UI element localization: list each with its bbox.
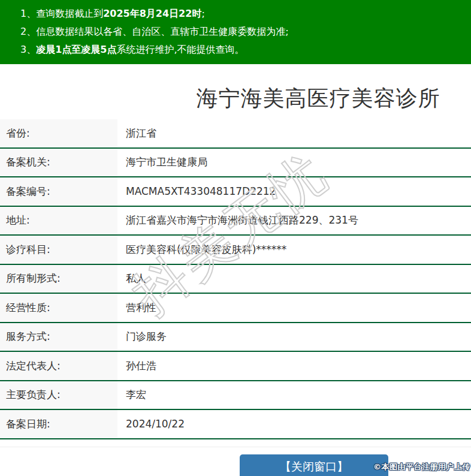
notice-text-bold: 2025年8月24日22时 bbox=[103, 8, 201, 19]
field-value: 孙仕浩 bbox=[117, 352, 471, 380]
row-filing-number: 备案编号: MACMA5XT433048117D2212 bbox=[0, 177, 471, 207]
notice-number: 1、 bbox=[20, 8, 36, 19]
field-label: 备案日期: bbox=[0, 410, 117, 438]
field-label: 备案编号: bbox=[0, 177, 117, 206]
table-bottom-divider bbox=[0, 447, 471, 447]
field-value: 浙江省 bbox=[117, 119, 471, 147]
notice-number: 3、 bbox=[20, 44, 36, 55]
field-value: MACMA5XT433048117D2212 bbox=[117, 177, 471, 206]
field-label: 诊疗科目: bbox=[0, 236, 117, 264]
row-operation-nature: 经营性质: 营利性 bbox=[0, 294, 471, 323]
row-filing-authority: 备案机关: 海宁市卫生健康局 bbox=[0, 149, 471, 178]
close-window-button[interactable]: 【关闭窗口】 bbox=[240, 454, 388, 476]
field-label: 法定代表人: bbox=[0, 352, 117, 380]
row-principal: 主要负责人: 李宏 bbox=[0, 381, 471, 411]
field-label: 主要负责人: bbox=[0, 381, 117, 409]
field-value: 营利性 bbox=[117, 294, 471, 322]
row-ownership-form: 所有制形式: 私人 bbox=[0, 265, 471, 294]
row-legal-representative: 法定代表人: 孙仕浩 bbox=[0, 352, 471, 381]
row-service-mode: 服务方式: 门诊服务 bbox=[0, 323, 471, 353]
notice-text: 查询数据截止到 bbox=[36, 8, 103, 19]
field-value: 海宁市卫生健康局 bbox=[117, 149, 471, 177]
notice-text: 信息数据结果以各省、自治区、直辖市卫生健康委数据为准; bbox=[36, 26, 288, 37]
field-label: 备案机关: bbox=[0, 149, 117, 177]
field-value: 李宏 bbox=[117, 381, 471, 409]
field-label: 省份: bbox=[0, 119, 117, 147]
row-address: 地址: 浙江省嘉兴市海宁市海洲街道钱江西路229、231号 bbox=[0, 207, 471, 236]
field-value: 私人 bbox=[117, 265, 471, 293]
field-value: 浙江省嘉兴市海宁市海洲街道钱江西路229、231号 bbox=[117, 207, 471, 235]
notice-banner: 1、查询数据截止到2025年8月24日22时; 2、信息数据结果以各省、自治区、… bbox=[0, 0, 471, 64]
notice-text-bold: 凌晨1点至凌晨5点 bbox=[36, 44, 116, 55]
record-table: 省份: 浙江省 备案机关: 海宁市卫生健康局 备案编号: MACMA5XT433… bbox=[0, 119, 471, 439]
notice-line-2: 2、信息数据结果以各省、自治区、直辖市卫生健康委数据为准; bbox=[20, 23, 464, 41]
notice-text: ; bbox=[201, 8, 204, 19]
notice-number: 2、 bbox=[20, 26, 36, 37]
notice-line-1: 1、查询数据截止到2025年8月24日22时; bbox=[20, 5, 464, 23]
footer-watermark: ©本图由平台注册用户上传 bbox=[373, 462, 470, 472]
field-value: 2024/10/22 bbox=[117, 410, 471, 438]
field-label: 地址: bbox=[0, 207, 117, 235]
field-label: 所有制形式: bbox=[0, 265, 117, 293]
row-treatment-subjects: 诊疗科目: 医疗美容科(仅限美容皮肤科)****** bbox=[0, 236, 471, 265]
row-province: 省份: 浙江省 bbox=[0, 119, 471, 149]
field-value: 门诊服务 bbox=[117, 323, 471, 351]
notice-line-3: 3、凌晨1点至凌晨5点系统进行维护,不能提供查询。 bbox=[20, 41, 464, 59]
field-value: 医疗美容科(仅限美容皮肤科)****** bbox=[117, 236, 471, 264]
field-label: 服务方式: bbox=[0, 323, 117, 351]
row-filing-date: 备案日期: 2024/10/22 bbox=[0, 410, 471, 439]
field-label: 经营性质: bbox=[0, 294, 117, 322]
notice-text: 系统进行维护,不能提供查询。 bbox=[116, 44, 244, 55]
page-title: 海宁海美高医疗美容诊所 bbox=[165, 84, 471, 113]
